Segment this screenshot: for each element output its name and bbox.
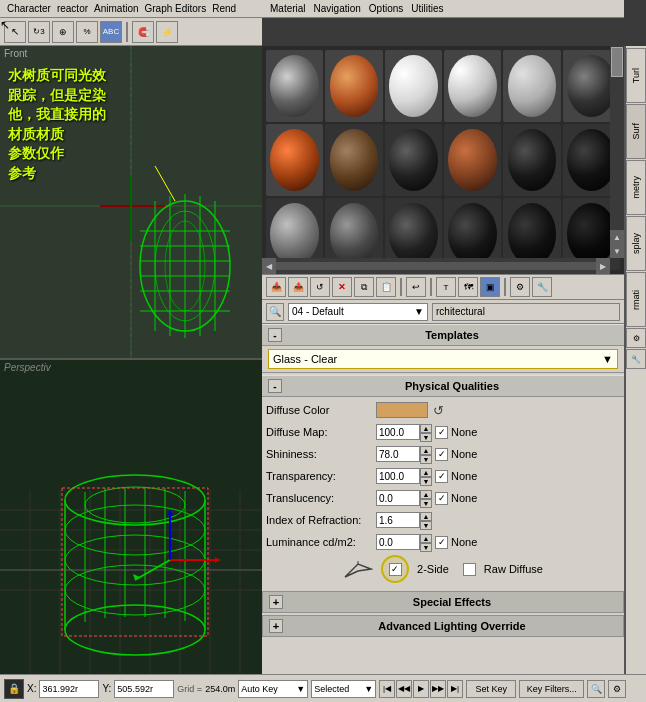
mat-opt1-btn[interactable]: ⚙ [510, 277, 530, 297]
menu-graph[interactable]: Graph Editors [142, 3, 210, 14]
play-btn[interactable]: ▶ [413, 680, 429, 698]
setkey-btn[interactable]: Set Key [466, 680, 516, 698]
tab-mety[interactable]: metry [626, 160, 646, 215]
rs-icon2[interactable]: 🔧 [626, 349, 646, 369]
perspective-viewport[interactable]: Perspectiv [0, 360, 262, 674]
menu-navigation[interactable]: Navigation [310, 3, 365, 14]
play-start-btn[interactable]: |◀ [379, 680, 395, 698]
diffuse-color-reset[interactable]: ↺ [428, 402, 448, 418]
style-dropdown[interactable]: rchitectural [432, 303, 620, 321]
special-effects-row[interactable]: + Special Effects [262, 591, 624, 613]
transparency-input[interactable]: 100.0 [376, 468, 420, 484]
sphere-3[interactable] [385, 50, 442, 122]
advanced-lighting-expand-btn[interactable]: + [269, 619, 283, 633]
play-end-btn[interactable]: ▶| [447, 680, 463, 698]
scale-btn[interactable]: ⊕ [52, 21, 74, 43]
templates-dropdown[interactable]: Glass - Clear▼ [268, 349, 618, 369]
mat-shaded-btn[interactable]: ▣ [480, 277, 500, 297]
menu-rend[interactable]: Rend [209, 3, 239, 14]
slot-dropdown[interactable]: 04 - Default▼ [288, 303, 428, 321]
luminance-checkbox[interactable]: ✓ [435, 536, 448, 549]
ior-spinner[interactable]: ▲ ▼ [420, 512, 432, 528]
menu-options[interactable]: Options [365, 3, 407, 14]
translucency-checkbox[interactable]: ✓ [435, 492, 448, 505]
rawdiffuse-checkbox[interactable] [463, 563, 476, 576]
front-viewport[interactable]: 水树质可同光效 跟踪，但是定染 他，我直接用的 材质材质 参数仅作 参考 Fro… [0, 46, 262, 360]
diffuse-color-swatch[interactable] [376, 402, 428, 418]
mat-undo-btn[interactable]: ↩ [406, 277, 426, 297]
percent-btn[interactable]: % [76, 21, 98, 43]
scroll-up-arrow[interactable]: ▲ [610, 230, 624, 244]
material-editor-panel: ▲ ▼ ◀ ▶ 📥 📤 ↺ ✕ ⧉ 📋 ↩ T 🗺 ▣ ⚙ 🔧 [262, 46, 624, 674]
mat-put-btn[interactable]: 📤 [288, 277, 308, 297]
pq-collapse-btn[interactable]: - [268, 379, 282, 393]
eyedropper-btn[interactable]: 🔍 [266, 303, 284, 321]
x-input[interactable]: 361.992r [39, 680, 99, 698]
sphere-10[interactable] [444, 124, 501, 196]
play-next-btn[interactable]: ▶▶ [430, 680, 446, 698]
scroll-thumb[interactable] [611, 47, 623, 77]
mat-get-btn[interactable]: 📥 [266, 277, 286, 297]
mat-copy-btn[interactable]: ⧉ [354, 277, 374, 297]
twoside-checkbox[interactable]: ✓ [389, 563, 402, 576]
sphere-2[interactable] [325, 50, 382, 122]
diffuse-map-input[interactable]: 100.0 [376, 424, 420, 440]
diffuse-map-checkbox[interactable]: ✓ [435, 426, 448, 439]
mat-hscrollbar[interactable] [262, 258, 610, 274]
rs-icon1[interactable]: ⚙ [626, 328, 646, 348]
menu-reactor[interactable]: reactor [54, 3, 91, 14]
tab-display[interactable]: splay [626, 216, 646, 271]
menu-material[interactable]: Material [266, 3, 310, 14]
special-effects-expand-btn[interactable]: + [269, 595, 283, 609]
luminance-spinner[interactable]: ▲ ▼ [420, 534, 432, 550]
mat-opt2-btn[interactable]: 🔧 [532, 277, 552, 297]
hscroll-right-arrow[interactable]: ▶ [596, 258, 610, 274]
translucency-label: Translucency: [266, 492, 376, 504]
snap-btn[interactable]: 🧲 [132, 21, 154, 43]
play-prev-btn[interactable]: ◀◀ [396, 680, 412, 698]
menu-utilities[interactable]: Utilities [407, 3, 447, 14]
mat-reset-btn[interactable]: ↺ [310, 277, 330, 297]
mat-showmap-btn[interactable]: 🗺 [458, 277, 478, 297]
rotate-btn[interactable]: ↻3 [28, 21, 50, 43]
selection-dropdown[interactable]: Selected▼ [311, 680, 376, 698]
menu-animation[interactable]: Animation [91, 3, 141, 14]
mat-scrollbar[interactable] [610, 46, 624, 258]
scroll-down-arrow[interactable]: ▼ [610, 244, 624, 258]
sphere-4[interactable] [444, 50, 501, 122]
luminance-input[interactable]: 0.0 [376, 534, 420, 550]
translucency-spinner[interactable]: ▲ ▼ [420, 490, 432, 506]
shininess-spinner[interactable]: ▲ ▼ [420, 446, 432, 462]
mat-x-btn[interactable]: ✕ [332, 277, 352, 297]
hscroll-left-arrow[interactable]: ◀ [262, 258, 276, 274]
sphere-9[interactable] [385, 124, 442, 196]
sphere-11[interactable] [503, 124, 560, 196]
menu-character[interactable]: Character [4, 3, 54, 14]
lock-icon[interactable]: 🔒 [4, 679, 24, 699]
sphere-8[interactable] [325, 124, 382, 196]
snap2-btn[interactable]: ⚡ [156, 21, 178, 43]
sphere-5[interactable] [503, 50, 560, 122]
tab-rmati[interactable]: rmati [626, 272, 646, 327]
mat-type-btn[interactable]: T [436, 277, 456, 297]
advanced-lighting-row[interactable]: + Advanced Lighting Override [262, 615, 624, 637]
diffuse-map-spinner[interactable]: ▲ ▼ [420, 424, 432, 440]
status-icon2[interactable]: ⚙ [608, 680, 626, 698]
text-btn[interactable]: ABC [100, 21, 122, 43]
sphere-7[interactable] [266, 124, 323, 196]
sphere-1[interactable] [266, 50, 323, 122]
transparency-spinner[interactable]: ▲ ▼ [420, 468, 432, 484]
mat-paste-btn[interactable]: 📋 [376, 277, 396, 297]
tab-turl[interactable]: Turl [626, 48, 646, 103]
transparency-checkbox[interactable]: ✓ [435, 470, 448, 483]
ior-input[interactable]: 1.6 [376, 512, 420, 528]
translucency-input[interactable]: 0.0 [376, 490, 420, 506]
tab-surf[interactable]: Surf [626, 104, 646, 159]
shininess-input[interactable]: 78.0 [376, 446, 420, 462]
status-icon1[interactable]: 🔍 [587, 680, 605, 698]
y-input[interactable]: 505.592r [114, 680, 174, 698]
templates-collapse-btn[interactable]: - [268, 328, 282, 342]
shininess-checkbox[interactable]: ✓ [435, 448, 448, 461]
keyfilters-btn[interactable]: Key Filters... [519, 680, 584, 698]
autokey-dropdown[interactable]: Auto Key▼ [238, 680, 308, 698]
